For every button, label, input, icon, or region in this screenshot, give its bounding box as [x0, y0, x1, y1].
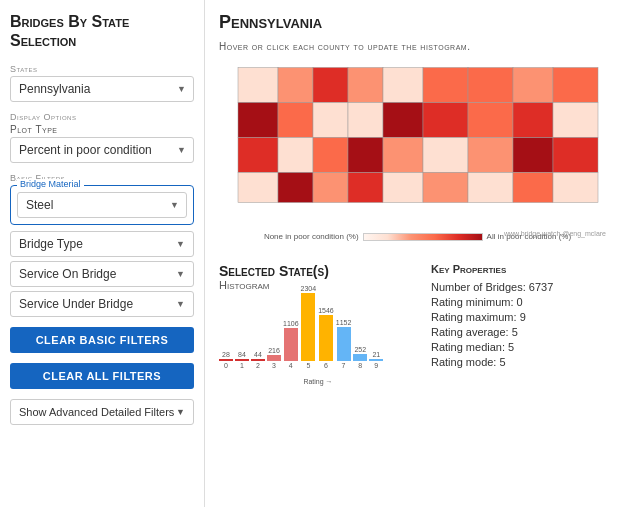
plot-type-select[interactable]: Percent in poor condition [10, 137, 194, 163]
bar-rating-label: 5 [306, 362, 310, 369]
bar[interactable] [251, 359, 265, 361]
key-property-row: Rating maximum: 9 [431, 311, 616, 323]
states-section: States Pennsylvania [10, 64, 194, 102]
bar[interactable] [353, 354, 367, 361]
bar-value-label: 44 [254, 351, 262, 358]
bar[interactable] [235, 359, 249, 361]
bar-rating-label: 9 [374, 362, 378, 369]
histogram-bar-group: 2163 [267, 347, 281, 369]
svg-rect-8 [553, 68, 598, 103]
bridge-material-label: Bridge Material [17, 179, 84, 189]
svg-rect-27 [238, 173, 278, 203]
display-options-section: Display Options Plot Type Percent in poo… [10, 112, 194, 163]
svg-rect-19 [278, 138, 313, 173]
plot-type-select-wrapper[interactable]: Percent in poor condition [10, 137, 194, 163]
service-under-label: Service Under Bridge [19, 297, 133, 311]
svg-rect-32 [423, 173, 468, 203]
histogram-section: Selected State(s) Histogram 280841442216… [219, 263, 417, 385]
advanced-chevron-icon: ▼ [176, 407, 185, 417]
key-properties-section: Key Properties Number of Bridges: 6737Ra… [431, 263, 616, 385]
bar-rating-label: 1 [240, 362, 244, 369]
svg-rect-31 [383, 173, 423, 203]
histogram-bar-group: 219 [369, 351, 383, 369]
map-container[interactable]: www.bridge.watch @eng_mclare None in poo… [219, 60, 616, 255]
service-under-filter[interactable]: Service Under Bridge ▼ [10, 291, 194, 317]
pennsylvania-map[interactable] [233, 60, 603, 230]
bar-rating-label: 0 [224, 362, 228, 369]
bar-value-label: 21 [372, 351, 380, 358]
key-property-row: Rating minimum: 0 [431, 296, 616, 308]
service-on-filter[interactable]: Service On Bridge ▼ [10, 261, 194, 287]
histogram-bar-group: 2528 [353, 346, 367, 369]
advanced-btn-label: Show Advanced Detailed Filters [19, 406, 174, 418]
svg-rect-10 [278, 103, 313, 138]
legend-left-label: None in poor condition (%) [264, 232, 359, 241]
key-property-row: Rating average: 5 [431, 326, 616, 338]
bar-rating-label: 6 [324, 362, 328, 369]
sidebar: Bridges By State Selection States Pennsy… [0, 0, 205, 507]
svg-rect-9 [238, 103, 278, 138]
svg-rect-29 [313, 173, 348, 203]
bridge-material-group: Bridge Material Steel [10, 185, 194, 225]
state-select-wrapper[interactable]: Pennsylvania [10, 76, 194, 102]
svg-rect-18 [238, 138, 278, 173]
state-select[interactable]: Pennsylvania [10, 76, 194, 102]
svg-rect-25 [513, 138, 553, 173]
bar[interactable] [284, 328, 298, 361]
svg-rect-4 [383, 68, 423, 103]
svg-rect-35 [553, 173, 598, 203]
bar[interactable] [267, 355, 281, 361]
svg-rect-12 [348, 103, 383, 138]
svg-rect-2 [313, 68, 348, 103]
bottom-section: Selected State(s) Histogram 280841442216… [219, 263, 616, 385]
bridge-type-filter[interactable]: Bridge Type ▼ [10, 231, 194, 257]
plot-type-label: Plot Type [10, 124, 194, 135]
svg-rect-34 [513, 173, 553, 203]
svg-rect-15 [468, 103, 513, 138]
histogram-bar-group: 442 [251, 351, 265, 369]
main-title: Pennsylvania [219, 12, 616, 33]
clear-basic-filters-button[interactable]: Clear Basic Filters [10, 327, 194, 353]
map-credit: www.bridge.watch @eng_mclare [504, 230, 606, 237]
key-property-row: Rating mode: 5 [431, 356, 616, 368]
bridge-material-select-wrapper[interactable]: Steel [17, 192, 187, 218]
service-on-label: Service On Bridge [19, 267, 116, 281]
main-panel: Pennsylvania Hover or click each county … [205, 0, 630, 507]
histogram-bar-group: 23045 [301, 285, 317, 369]
selected-states-title: Selected State(s) [219, 263, 417, 279]
bar-rating-label: 7 [342, 362, 346, 369]
bar-rating-label: 8 [358, 362, 362, 369]
bar-value-label: 1152 [336, 319, 352, 326]
svg-rect-16 [513, 103, 553, 138]
show-advanced-filters-button[interactable]: Show Advanced Detailed Filters ▼ [10, 399, 194, 425]
svg-rect-11 [313, 103, 348, 138]
bar-rating-label: 4 [289, 362, 293, 369]
histogram-bar-group: 11064 [283, 320, 299, 369]
x-axis-label: Rating → [303, 378, 332, 385]
histogram-bar-group: 11527 [336, 319, 352, 369]
bar-value-label: 216 [268, 347, 280, 354]
bar-rating-label: 2 [256, 362, 260, 369]
bar-value-label: 1106 [283, 320, 299, 327]
svg-rect-5 [423, 68, 468, 103]
clear-all-filters-button[interactable]: Clear All Filters [10, 363, 194, 389]
bar[interactable] [369, 359, 383, 361]
svg-rect-17 [553, 103, 598, 138]
bar[interactable] [337, 327, 351, 361]
key-property-row: Number of Bridges: 6737 [431, 281, 616, 293]
histogram-label: Histogram [219, 279, 417, 291]
bridge-material-select[interactable]: Steel [17, 192, 187, 218]
legend-gradient [363, 233, 483, 241]
sidebar-title: Bridges By State Selection [10, 12, 194, 50]
bridge-type-label: Bridge Type [19, 237, 83, 251]
bar[interactable] [319, 315, 333, 361]
histogram-bar-group: 280 [219, 351, 233, 369]
svg-rect-24 [468, 138, 513, 173]
bar[interactable] [219, 359, 233, 361]
bar-value-label: 28 [222, 351, 230, 358]
histogram-bar-group: 841 [235, 351, 249, 369]
svg-rect-0 [238, 68, 278, 103]
key-property-row: Rating median: 5 [431, 341, 616, 353]
bar[interactable] [301, 293, 315, 361]
svg-rect-3 [348, 68, 383, 103]
